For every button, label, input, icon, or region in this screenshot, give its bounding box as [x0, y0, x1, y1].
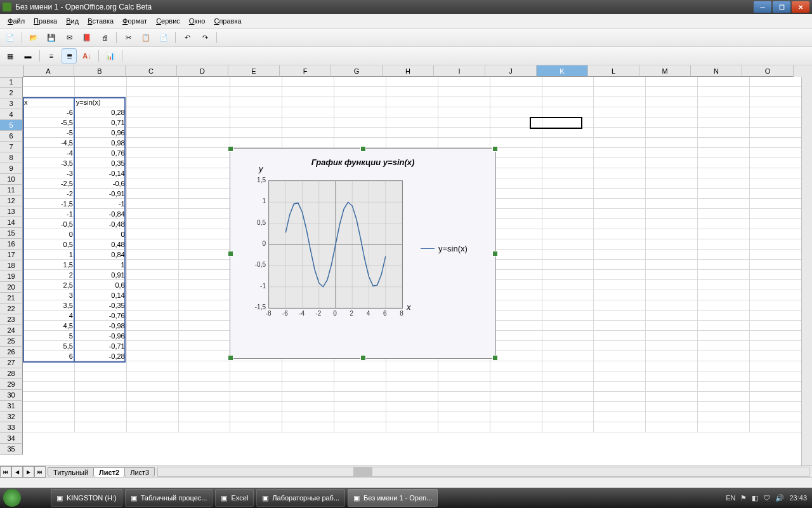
- cell-B22[interactable]: 0,14: [75, 290, 127, 300]
- cell-J6[interactable]: [490, 128, 542, 138]
- cell-D22[interactable]: [179, 290, 231, 300]
- cell-C20[interactable]: [127, 270, 179, 280]
- row-header-15[interactable]: 15: [0, 228, 23, 239]
- cell-M20[interactable]: [646, 270, 698, 280]
- cell-N31[interactable]: [698, 382, 750, 392]
- row-header-10[interactable]: 10: [0, 174, 23, 185]
- cell-L3[interactable]: [594, 97, 646, 107]
- cell-B3[interactable]: y=sin(x): [75, 97, 127, 107]
- cell-O16[interactable]: [750, 229, 802, 239]
- cell-K15[interactable]: [542, 219, 594, 229]
- cell-N25[interactable]: [698, 321, 750, 331]
- cell-I31[interactable]: [438, 382, 490, 392]
- cell-I30[interactable]: [438, 371, 490, 382]
- cell-A27[interactable]: 5,5: [23, 341, 75, 351]
- row-header-12[interactable]: 12: [0, 196, 23, 206]
- cell-A26[interactable]: 5: [23, 331, 75, 341]
- cell-G30[interactable]: [334, 371, 386, 382]
- cell-C3[interactable]: [127, 97, 179, 107]
- cell-D10[interactable]: [179, 168, 231, 178]
- cell-B30[interactable]: [75, 371, 127, 382]
- cell-L19[interactable]: [594, 260, 646, 270]
- cell-M15[interactable]: [646, 219, 698, 229]
- cell-F32[interactable]: [282, 392, 334, 402]
- row-header-28[interactable]: 28: [0, 368, 23, 379]
- cell-O21[interactable]: [750, 280, 802, 290]
- cell-M2[interactable]: [646, 87, 698, 97]
- cell-B8[interactable]: 0,76: [75, 148, 127, 158]
- chart-resize-handle[interactable]: [360, 146, 366, 152]
- cell-O7[interactable]: [750, 138, 802, 148]
- cell-L12[interactable]: [594, 189, 646, 199]
- cell-C10[interactable]: [127, 168, 179, 178]
- cell-L13[interactable]: [594, 199, 646, 209]
- cell-I3[interactable]: [438, 97, 490, 107]
- cell-C8[interactable]: [127, 148, 179, 158]
- cell-M29[interactable]: [646, 361, 698, 371]
- column-header-H[interactable]: H: [383, 65, 434, 77]
- cell-D18[interactable]: [179, 250, 231, 260]
- cell-A28[interactable]: 6: [23, 351, 75, 361]
- cell-E7[interactable]: [230, 138, 282, 148]
- cell-K11[interactable]: [542, 178, 594, 189]
- cell-C2[interactable]: [127, 87, 179, 97]
- cell-M28[interactable]: [646, 351, 698, 361]
- cell-F29[interactable]: [282, 361, 334, 371]
- cell-F35[interactable]: [282, 422, 334, 432]
- cell-K18[interactable]: [542, 250, 594, 260]
- cell-M3[interactable]: [646, 97, 698, 107]
- cell-J23[interactable]: [490, 300, 542, 311]
- row-header-27[interactable]: 27: [0, 358, 23, 368]
- cell-J18[interactable]: [490, 250, 542, 260]
- cell-B23[interactable]: -0,35: [75, 300, 127, 311]
- cell-M7[interactable]: [646, 138, 698, 148]
- cell-N5[interactable]: [698, 117, 750, 128]
- cell-A4[interactable]: -6: [23, 107, 75, 117]
- cell-N29[interactable]: [698, 361, 750, 371]
- cell-C27[interactable]: [127, 341, 179, 351]
- tab-prev-button[interactable]: ◀: [11, 466, 23, 478]
- row-header-5[interactable]: 5: [0, 120, 23, 131]
- cell-F2[interactable]: [282, 87, 334, 97]
- cell-D23[interactable]: [179, 300, 231, 311]
- cell-J9[interactable]: [490, 158, 542, 168]
- menu-сервис[interactable]: Сервис: [152, 16, 184, 26]
- cell-D17[interactable]: [179, 239, 231, 250]
- cell-D8[interactable]: [179, 148, 231, 158]
- cell-M13[interactable]: [646, 199, 698, 209]
- cell-O32[interactable]: [750, 392, 802, 402]
- sort-button[interactable]: A↓: [79, 48, 95, 64]
- cell-N4[interactable]: [698, 107, 750, 117]
- cut-button[interactable]: ✂: [121, 30, 136, 45]
- cell-A32[interactable]: [23, 392, 75, 402]
- embedded-chart[interactable]: График функции y=sin(x) y x -1,5-1-0,500…: [230, 148, 496, 359]
- cell-A35[interactable]: [23, 422, 75, 432]
- cell-N9[interactable]: [698, 158, 750, 168]
- cell-L32[interactable]: [594, 392, 646, 402]
- cell-L1[interactable]: [594, 77, 646, 87]
- cell-O8[interactable]: [750, 148, 802, 158]
- cell-J16[interactable]: [490, 229, 542, 239]
- cell-L9[interactable]: [594, 158, 646, 168]
- cell-C14[interactable]: [127, 209, 179, 219]
- cell-A25[interactable]: 4,5: [23, 321, 75, 331]
- cell-J34[interactable]: [490, 412, 542, 422]
- cell-O31[interactable]: [750, 382, 802, 392]
- cell-O11[interactable]: [750, 178, 802, 189]
- cell-N10[interactable]: [698, 168, 750, 178]
- cell-H3[interactable]: [386, 97, 438, 107]
- menu-вид[interactable]: Вид: [62, 16, 82, 26]
- cell-C6[interactable]: [127, 128, 179, 138]
- cell-A20[interactable]: 2: [23, 270, 75, 280]
- cell-K6[interactable]: [542, 128, 594, 138]
- cell-O17[interactable]: [750, 239, 802, 250]
- row-header-6[interactable]: 6: [0, 131, 23, 142]
- column-header-L[interactable]: L: [588, 65, 639, 77]
- cell-J20[interactable]: [490, 270, 542, 280]
- cell-K26[interactable]: [542, 331, 594, 341]
- close-button[interactable]: ✕: [792, 1, 809, 13]
- cell-D26[interactable]: [179, 331, 231, 341]
- copy-button[interactable]: 📋: [138, 30, 154, 45]
- row-header-18[interactable]: 18: [0, 260, 23, 271]
- cell-O10[interactable]: [750, 168, 802, 178]
